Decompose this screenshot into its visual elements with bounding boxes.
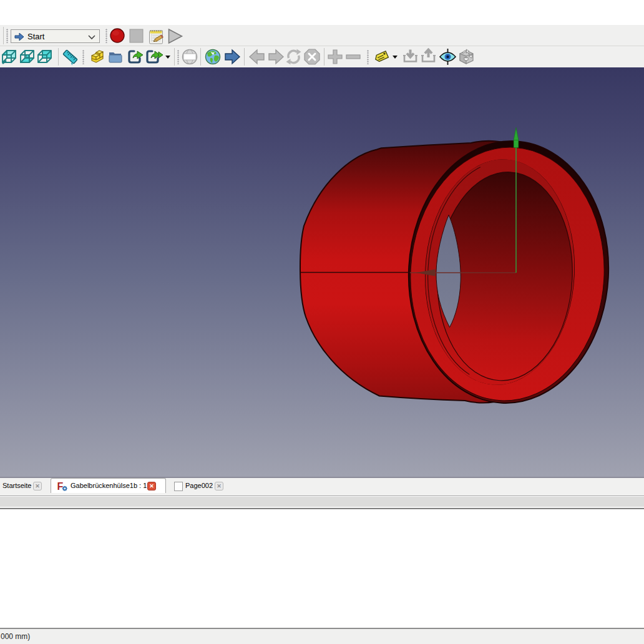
svg-text:F: F: [57, 481, 64, 492]
